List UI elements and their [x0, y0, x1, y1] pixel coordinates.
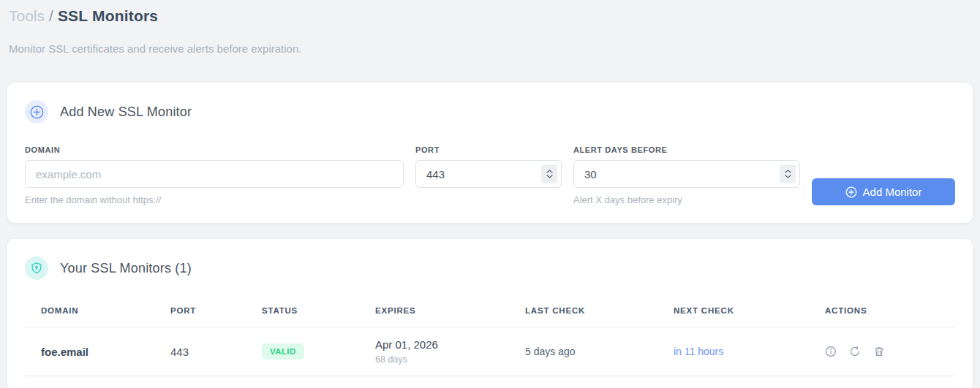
- page-subtitle: Monitor SSL certificates and receive ale…: [7, 42, 973, 55]
- domain-label: DOMAIN: [25, 145, 404, 154]
- alert-days-helper: Alert X days before expiry: [573, 194, 800, 205]
- refresh-button[interactable]: [849, 346, 861, 357]
- monitors-card-title: Your SSL Monitors (1): [60, 261, 192, 276]
- monitor-status-cell: VALID: [246, 327, 359, 376]
- column-header-port: PORT: [154, 297, 246, 327]
- add-monitor-card-title: Add New SSL Monitor: [60, 104, 192, 120]
- breadcrumb-tools-link[interactable]: Tools: [9, 7, 45, 24]
- breadcrumb: Tools/SSL Monitors: [7, 6, 973, 26]
- add-monitor-form: DOMAIN Enter the domain without https://…: [25, 145, 955, 205]
- add-monitor-card-header: Add New SSL Monitor: [25, 100, 955, 123]
- monitor-port: 443: [154, 327, 246, 376]
- column-header-last-check: LAST CHECK: [509, 297, 657, 327]
- refresh-icon: [849, 346, 861, 357]
- table-row: foe.email 443 VALID Apr 01, 2026 68 days…: [25, 327, 955, 376]
- port-input[interactable]: [415, 160, 562, 188]
- chevron-down-icon: [546, 175, 553, 178]
- monitor-last-check: 5 days ago: [509, 327, 657, 376]
- info-button[interactable]: [825, 346, 837, 357]
- column-header-expires: EXPIRES: [359, 297, 509, 327]
- monitor-expires-cell: Apr 01, 2026 68 days: [359, 327, 509, 376]
- column-header-status: STATUS: [246, 297, 359, 327]
- domain-field-group: DOMAIN Enter the domain without https://: [25, 145, 404, 205]
- add-monitor-button[interactable]: Add Monitor: [812, 178, 955, 205]
- chevron-up-icon: [546, 170, 553, 173]
- port-field-group: PORT: [415, 145, 562, 188]
- expires-days-remaining: 68 days: [375, 354, 493, 365]
- monitor-actions-cell: [809, 327, 955, 376]
- alert-days-stepper[interactable]: [780, 164, 796, 183]
- domain-input[interactable]: [25, 160, 404, 188]
- breadcrumb-separator: /: [49, 7, 53, 24]
- add-monitor-card: Add New SSL Monitor DOMAIN Enter the dom…: [7, 83, 973, 223]
- chevron-up-icon: [785, 170, 791, 173]
- status-badge: VALID: [262, 343, 304, 360]
- monitors-card: Your SSL Monitors (1) DOMAIN PORT STATUS…: [7, 239, 973, 388]
- column-header-domain: DOMAIN: [25, 297, 154, 327]
- expires-date: Apr 01, 2026: [375, 338, 493, 351]
- domain-helper: Enter the domain without https://: [25, 194, 404, 205]
- alert-days-input[interactable]: [573, 160, 800, 188]
- table-header-row: DOMAIN PORT STATUS EXPIRES LAST CHECK NE…: [25, 297, 955, 327]
- info-icon: [825, 346, 837, 357]
- shield-lock-icon: [25, 256, 48, 280]
- circle-plus-icon: [25, 100, 48, 123]
- delete-button[interactable]: [873, 346, 885, 357]
- monitor-domain: foe.email: [25, 327, 154, 376]
- column-header-actions: ACTIONS: [809, 297, 955, 327]
- circle-plus-icon: [845, 186, 857, 198]
- alert-days-label: ALERT DAYS BEFORE: [573, 145, 800, 154]
- port-stepper[interactable]: [541, 164, 557, 183]
- monitor-next-check: in 11 hours: [657, 327, 809, 376]
- add-monitor-button-label: Add Monitor: [863, 186, 922, 198]
- alert-days-field-group: ALERT DAYS BEFORE Alert X days before ex…: [573, 145, 800, 205]
- trash-icon: [873, 346, 885, 357]
- submit-column: Add Monitor: [812, 145, 955, 205]
- page-title: SSL Monitors: [58, 7, 158, 24]
- chevron-down-icon: [785, 175, 791, 178]
- port-label: PORT: [415, 145, 562, 154]
- monitors-card-header: Your SSL Monitors (1): [25, 256, 955, 280]
- ssl-monitors-page: Tools/SSL Monitors Monitor SSL certifica…: [0, 0, 980, 388]
- monitors-table: DOMAIN PORT STATUS EXPIRES LAST CHECK NE…: [25, 297, 955, 376]
- column-header-next-check: NEXT CHECK: [657, 297, 809, 327]
